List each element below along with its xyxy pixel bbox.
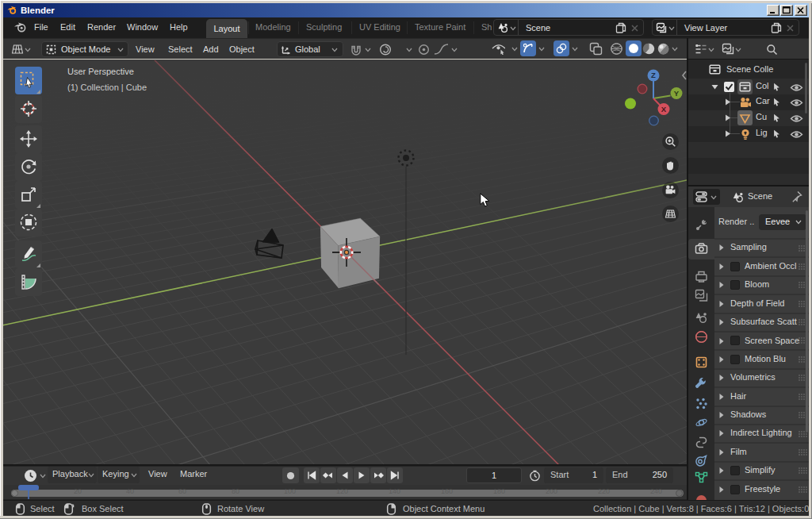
svg-text:Y: Y xyxy=(674,89,680,98)
svg-text:Z: Z xyxy=(651,71,656,79)
svg-text:X: X xyxy=(661,105,667,113)
